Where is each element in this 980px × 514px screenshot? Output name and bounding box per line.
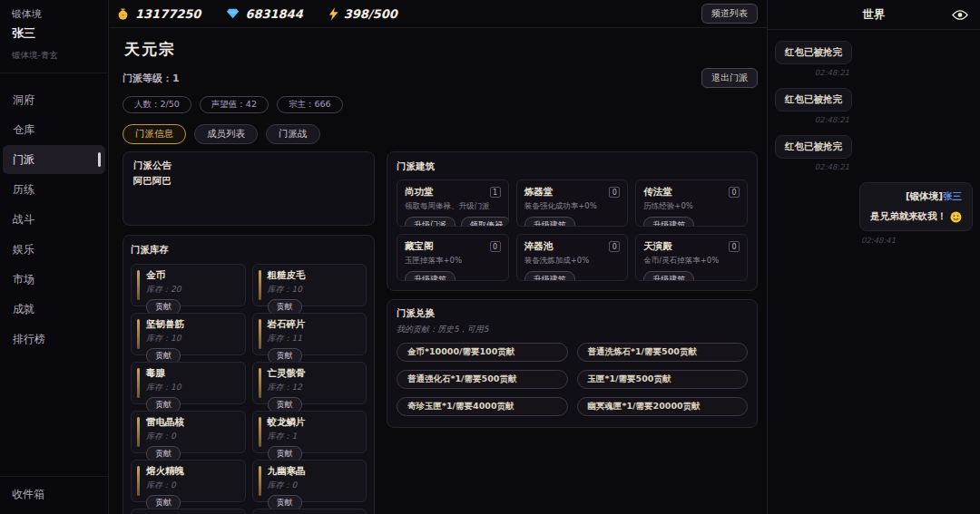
sidebar-item-label: 排行榜 [13, 333, 45, 345]
item-name: 岩石碎片 [268, 318, 359, 331]
buildings-grid: 尚功堂1 领取每周俸禄、升级门派 升级门派领取俸禄 炼器堂0 装备强化成功率+0… [397, 179, 748, 281]
main-area: 13177250 6831844 398/500 频道列表 天元宗 门派等级：1… [110, 0, 767, 514]
upgrade-building-button[interactable]: 升级建筑 [524, 217, 575, 227]
inventory-item: 雷电晶核库存：0贡献 [131, 411, 246, 453]
sender-name[interactable]: 张三 [943, 190, 962, 201]
upgrade-building-button[interactable]: 升级建筑 [405, 271, 456, 281]
inventory-item: 九幽寒晶库存：0贡献 [252, 460, 368, 502]
building-name: 淬器池 [524, 240, 554, 253]
exchange-option[interactable]: 玉匣*1/需要500贡献 [577, 370, 749, 389]
building-card: 藏宝阁0 玉匣掉落率+0% 升级建筑 [397, 234, 509, 281]
sidebar-item-cangku[interactable]: 仓库 [3, 115, 105, 144]
diamond-icon [226, 8, 240, 19]
sect-stats: 人数：2/50 声望值：42 宗主：666 [122, 96, 758, 113]
sidebar-item-chengjiu[interactable]: 成就 [3, 295, 105, 324]
exchange-option[interactable]: 金币*10000/需要100贡献 [397, 343, 568, 362]
inventory-item: 废器残片库存：0贡献 [131, 509, 246, 514]
channel-list-button[interactable]: 频道列表 [701, 4, 758, 24]
upgrade-sect-button[interactable]: 升级门派 [405, 217, 456, 227]
chat-title: 世界 [863, 7, 886, 23]
message-text: 红包已被抢完 [775, 88, 852, 112]
item-name: 雷电晶核 [146, 416, 238, 429]
sidebar-item-lilian[interactable]: 历练 [3, 175, 105, 204]
reputation-badge: 声望值：42 [200, 96, 269, 113]
tab-sect-war[interactable]: 门派战 [266, 124, 320, 144]
diamond-value: 6831844 [245, 7, 302, 21]
notice-title: 门派公告 [133, 160, 364, 172]
building-level-badge: 0 [729, 187, 740, 198]
building-level-badge: 0 [729, 241, 740, 252]
sidebar-item-label: 历练 [13, 183, 34, 196]
sidebar-item-paihangbang[interactable]: 排行榜 [3, 325, 105, 354]
upgrade-building-button[interactable]: 升级建筑 [643, 217, 694, 227]
sidebar-item-yule[interactable]: 娱乐 [3, 235, 105, 264]
sidebar-item-menpai[interactable]: 门派 [3, 145, 105, 174]
laughing-emoji-icon [950, 211, 962, 223]
item-name: 金币 [146, 269, 238, 282]
item-stock: 库存：10 [268, 284, 359, 296]
inventory-item: 宗门令库存：0贡献 [252, 509, 368, 514]
exchange-option[interactable]: 幽冥魂匣*1/需要20000贡献 [577, 397, 749, 416]
sect-page: 天元宗 门派等级：1 退出门派 人数：2/50 声望值：42 宗主：666 门派… [110, 39, 767, 514]
exchange-option[interactable]: 奇珍玉匣*1/需要4000贡献 [397, 397, 568, 416]
item-stock: 库存：1 [268, 431, 359, 442]
chat-messages: 红包已被抢完 02:48:21 红包已被抢完 02:48:21 红包已被抢完 0… [768, 30, 980, 258]
gold-currency: 13177250 [116, 7, 201, 21]
inventory-item: 坚韧兽筋库存：10贡献 [131, 313, 246, 355]
sidebar-item-label: 娱乐 [13, 243, 34, 256]
inventory-item: 金币库存：20贡献 [131, 264, 246, 306]
inventory-item: 岩石碎片库存：11贡献 [252, 313, 368, 355]
message-time: 02:48:41 [861, 236, 973, 245]
sidebar-item-dongfu[interactable]: 洞府 [3, 85, 105, 114]
inventory-item: 蛟龙鳞片库存：1贡献 [252, 411, 368, 453]
building-name: 天演殿 [643, 240, 672, 253]
sect-exchange-panel: 门派兑换 我的贡献：历史5，可用5 金币*10000/需要100贡献 普通洗炼石… [387, 299, 758, 428]
sidebar-item-label: 仓库 [13, 123, 34, 136]
item-name: 蛟龙鳞片 [268, 416, 359, 429]
message-text: 是兄弟就来砍我！ [870, 210, 946, 223]
tab-member-list[interactable]: 成员列表 [194, 124, 258, 144]
building-desc: 历练经验+0% [643, 201, 740, 212]
sect-tabs: 门派信息 成员列表 门派战 [122, 124, 758, 144]
sect-notice-panel: 门派公告 阿巴阿巴 [122, 151, 375, 226]
currency-topbar: 13177250 6831844 398/500 频道列表 [110, 0, 767, 28]
player-info: 锻体境 张三 锻体境-青玄 [0, 0, 108, 73]
message-text: 红包已被抢完 [775, 135, 852, 159]
inventory-grid: 金币库存：20贡献 粗糙皮毛库存：10贡献 坚韧兽筋库存：10贡献 岩石碎片库存… [131, 264, 367, 514]
exchange-contribution: 我的贡献：历史5，可用5 [397, 324, 748, 335]
sidebar-item-zhandou[interactable]: 战斗 [3, 205, 105, 234]
message-text: 红包已被抢完 [775, 41, 852, 64]
sidebar-item-inbox[interactable]: 收件箱 [0, 476, 108, 514]
inventory-item: 亡灵骸骨库存：12贡献 [252, 362, 368, 404]
exchange-title: 门派兑换 [397, 307, 748, 320]
building-desc: 玉匣掉落率+0% [405, 256, 501, 267]
item-stock: 库存：10 [146, 382, 238, 393]
gold-value: 13177250 [135, 7, 201, 21]
building-card: 淬器池0 装备洗炼加成+0% 升级建筑 [516, 234, 629, 281]
exchange-option[interactable]: 普通洗炼石*1/需要500贡献 [577, 343, 749, 362]
leader-badge: 宗主：666 [277, 96, 343, 113]
message-time: 02:48:21 [775, 68, 849, 77]
claim-salary-button[interactable]: 领取俸禄 [461, 217, 509, 227]
building-desc: 装备洗炼加成+0% [524, 256, 621, 267]
sidebar-item-shichang[interactable]: 市场 [3, 265, 105, 294]
eye-icon[interactable] [952, 10, 968, 20]
building-level-badge: 1 [490, 187, 501, 198]
energy-value: 398/500 [344, 7, 397, 21]
exit-sect-button[interactable]: 退出门派 [701, 68, 758, 88]
building-desc: 装备强化成功率+0% [524, 201, 621, 212]
chat-message: 红包已被抢完 02:48:21 [775, 135, 852, 179]
inventory-item: 毒腺库存：10贡献 [131, 362, 246, 404]
tab-sect-info[interactable]: 门派信息 [122, 124, 186, 144]
sidebar-item-label: 洞府 [13, 93, 34, 106]
building-level-badge: 0 [490, 241, 501, 252]
item-stock: 库存：11 [268, 333, 359, 344]
sidebar-item-label: 成就 [13, 303, 34, 315]
sect-name: 天元宗 [124, 39, 758, 60]
money-bag-icon [116, 7, 130, 21]
upgrade-building-button[interactable]: 升级建筑 [643, 271, 694, 281]
building-desc: 领取每周俸禄、升级门派 [405, 201, 501, 212]
item-stock: 库存：0 [146, 480, 238, 491]
upgrade-building-button[interactable]: 升级建筑 [524, 271, 575, 281]
exchange-option[interactable]: 普通强化石*1/需要500贡献 [397, 370, 568, 389]
